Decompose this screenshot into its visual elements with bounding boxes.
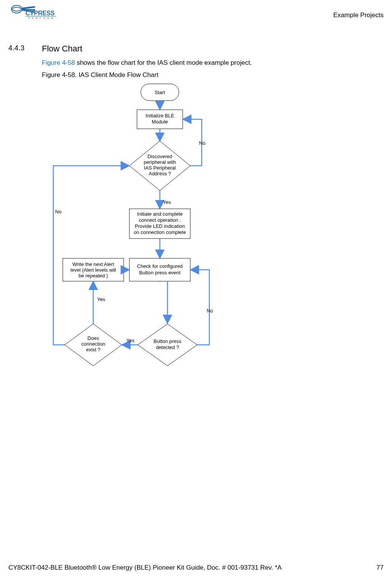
intro-text: Figure 4-58 shows the flow chart for the… xyxy=(42,59,252,67)
flow-node-check-l1: Check for configured xyxy=(137,263,183,269)
svg-text:F: F xyxy=(40,17,41,19)
flow-label-no: No xyxy=(55,209,62,215)
flow-node-button-l1: Button press xyxy=(154,338,182,344)
flow-node-write-l2: level (Alert levels will xyxy=(70,267,116,273)
flow-label-yes: Yes xyxy=(97,296,105,302)
section-title: Flow Chart xyxy=(42,44,82,54)
svg-rect-9 xyxy=(158,282,162,324)
svg-text:P: P xyxy=(28,17,30,19)
logo-brand-text: CYPRESS xyxy=(25,10,55,16)
flow-node-exist-l1: Does xyxy=(88,335,99,341)
header-chapter: Example Projects xyxy=(333,11,384,19)
flow-node-connect-l3: Provide LED indication xyxy=(135,223,185,229)
svg-text:M: M xyxy=(51,17,53,19)
flow-node-discovered-l3: IAS Peripheral xyxy=(144,165,176,171)
flow-node-discovered-l4: Address ? xyxy=(149,171,171,176)
svg-point-0 xyxy=(11,5,22,13)
flow-label-no: No xyxy=(199,140,206,146)
svg-text:R: R xyxy=(47,17,49,19)
footer-doc-id: CY8CKIT-042-BLE Bluetooth® Low Energy (B… xyxy=(8,564,282,572)
flow-arrow-exist-no xyxy=(53,166,128,345)
flow-node-connect-l4: on connection complete xyxy=(134,229,186,235)
flowchart-figure: Start Initialize BLE Module Discovered p… xyxy=(42,80,350,389)
svg-text:E: E xyxy=(32,17,34,19)
cypress-logo: CYPRESS P E R F O R M xyxy=(8,4,65,22)
flow-node-discovered-l2: peripheral with xyxy=(144,159,176,165)
flow-label-no: No xyxy=(207,308,213,314)
flow-node-button-l2: detected ? xyxy=(156,344,179,350)
flow-node-exist-l2: connection xyxy=(81,341,105,347)
flow-node-exist-l3: exist ? xyxy=(86,347,100,352)
flow-node-check-l2: Button press event xyxy=(139,270,181,275)
flow-arrow-btn-no xyxy=(191,270,209,345)
flow-node-connect-l2: connect operation . xyxy=(139,217,181,223)
figure-caption: Figure 4-58. IAS Client Mode Flow Chart xyxy=(42,71,158,79)
svg-text:R: R xyxy=(36,17,38,19)
svg-rect-8 xyxy=(25,16,56,16)
flow-node-discovered-l1: Discovered xyxy=(147,154,172,159)
document-page: CYPRESS P E R F O R M Example Projects 4… xyxy=(0,0,392,583)
section-number: 4.4.3 xyxy=(8,44,24,52)
flow-node-init-l2: Module xyxy=(152,119,168,125)
svg-text:O: O xyxy=(43,17,46,19)
flow-node-start-label: Start xyxy=(155,90,165,95)
flow-label-yes: Yes xyxy=(163,199,171,205)
flow-label-yes: Yes xyxy=(126,338,135,343)
flow-node-write-l1: Write the next Alert xyxy=(72,261,114,267)
figure-reference-link[interactable]: Figure 4-58 xyxy=(42,59,75,66)
flow-node-write-l3: be repeated ) xyxy=(78,273,108,279)
flow-node-connect-l1: Initiate and complete xyxy=(137,211,183,217)
intro-rest: shows the flow chart for the IAS client … xyxy=(75,59,252,66)
footer-page-number: 77 xyxy=(376,564,384,572)
flow-node-init-l1: Initialize BLE xyxy=(145,113,174,119)
